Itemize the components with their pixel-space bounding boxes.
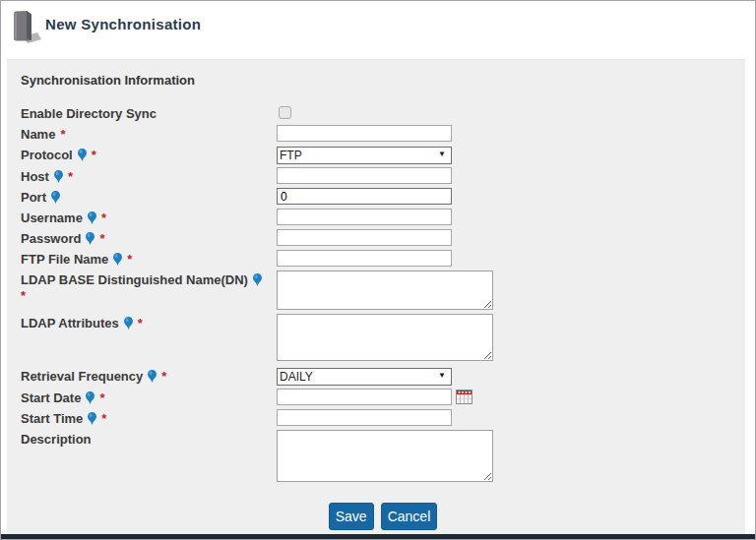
username-field[interactable] — [277, 209, 452, 225]
row-ftp-file-name: FTP File Name* — [21, 250, 745, 267]
description-textarea[interactable] — [277, 430, 493, 482]
enable-directory-sync-checkbox[interactable] — [279, 106, 291, 119]
start-date-field[interactable] — [277, 389, 452, 405]
required-marker: * — [68, 169, 73, 184]
required-marker: * — [21, 288, 277, 303]
ldap-attributes-textarea[interactable] — [277, 314, 493, 361]
form-actions: Save Cancel — [21, 503, 745, 530]
help-balloon-icon[interactable] — [88, 211, 96, 224]
required-marker: * — [92, 148, 96, 162]
ldap-attributes-label: LDAP Attributes* — [21, 314, 277, 330]
bottom-bar — [1, 534, 755, 539]
required-marker: * — [138, 316, 143, 330]
row-username: Username* — [21, 209, 745, 225]
row-enable-directory-sync: Enable Directory Sync — [21, 104, 745, 121]
help-balloon-icon[interactable] — [88, 412, 96, 425]
password-label: Password* — [21, 229, 277, 246]
row-ldap-base-dn: LDAP BASE Distinguished Name(DN)* — [21, 270, 745, 310]
required-marker: * — [101, 411, 106, 426]
protocol-select-wrap: FTP ▼ — [277, 146, 452, 163]
page-title: New Synchronisation — [45, 16, 201, 32]
row-ldap-attributes: LDAP Attributes* — [21, 314, 745, 361]
cancel-button[interactable]: Cancel — [381, 503, 438, 530]
description-label: Description — [21, 430, 277, 447]
required-marker: * — [127, 252, 132, 267]
help-balloon-icon[interactable] — [54, 170, 63, 183]
host-field[interactable] — [277, 167, 452, 184]
required-marker: * — [60, 127, 65, 142]
port-label: Port — [21, 188, 277, 205]
ftp-file-name-field[interactable] — [277, 250, 452, 267]
ldap-base-dn-label: LDAP BASE Distinguished Name(DN)* — [21, 270, 277, 303]
ldap-base-dn-textarea[interactable] — [277, 270, 493, 310]
help-balloon-icon[interactable] — [86, 391, 94, 404]
row-start-date: Start Date* — [21, 389, 745, 405]
row-port: Port — [21, 188, 745, 205]
row-protocol: Protocol* FTP ▼ — [21, 146, 745, 163]
password-field[interactable] — [277, 229, 452, 246]
username-label: Username* — [21, 209, 277, 225]
row-host: Host* — [21, 167, 745, 184]
section-title: Synchronisation Information — [7, 60, 745, 88]
name-label: Name* — [21, 125, 277, 142]
required-marker: * — [99, 390, 104, 405]
ftp-file-name-label: FTP File Name* — [21, 250, 277, 267]
help-balloon-icon[interactable] — [86, 232, 94, 245]
host-label: Host* — [21, 167, 277, 184]
name-field[interactable] — [277, 125, 452, 142]
help-balloon-icon[interactable] — [78, 149, 87, 161]
folder-icon — [10, 8, 41, 45]
help-balloon-icon[interactable] — [51, 191, 60, 204]
help-balloon-icon[interactable] — [124, 317, 133, 330]
row-name: Name* — [21, 125, 745, 142]
start-time-label: Start Time* — [21, 409, 277, 426]
retrieval-frequency-select-wrap: DAILY ▼ — [277, 367, 452, 385]
synchronisation-form: Enable Directory Sync Name* Protocol* FT… — [7, 104, 745, 530]
start-time-field[interactable] — [277, 409, 452, 426]
retrieval-frequency-select[interactable]: DAILY — [277, 368, 452, 386]
required-marker: * — [161, 369, 166, 384]
row-retrieval-frequency: Retrieval Frequency* DAILY ▼ — [21, 367, 745, 385]
help-balloon-icon[interactable] — [253, 273, 262, 286]
help-balloon-icon[interactable] — [148, 370, 157, 383]
retrieval-frequency-label: Retrieval Frequency* — [21, 367, 277, 384]
form-panel: Synchronisation Information Enable Direc… — [7, 59, 745, 534]
enable-directory-sync-label: Enable Directory Sync — [21, 104, 277, 121]
start-date-label: Start Date* — [21, 389, 277, 405]
help-balloon-icon[interactable] — [113, 253, 122, 266]
save-button[interactable]: Save — [329, 503, 374, 530]
page-header: New Synchronisation — [1, 1, 755, 59]
protocol-label: Protocol* — [21, 146, 277, 162]
row-description: Description — [21, 430, 745, 482]
required-marker: * — [101, 210, 106, 225]
row-start-time: Start Time* — [21, 409, 745, 426]
calendar-icon[interactable] — [456, 390, 472, 404]
required-marker: * — [99, 231, 104, 246]
window: New Synchronisation Synchronisation Info… — [0, 0, 756, 540]
protocol-select[interactable]: FTP — [277, 147, 452, 164]
row-password: Password* — [21, 229, 745, 246]
port-field[interactable] — [277, 188, 452, 205]
